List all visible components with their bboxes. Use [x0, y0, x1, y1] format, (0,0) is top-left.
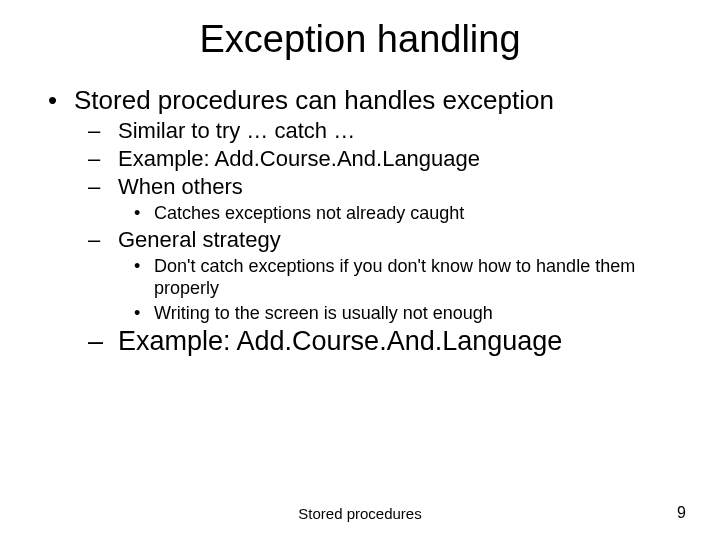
- sub-4-text: General strategy: [118, 227, 281, 252]
- footer-text: Stored procedures: [0, 505, 720, 522]
- sublist-1: Similar to try … catch … Example: Add.Co…: [74, 118, 680, 357]
- slide: Exception handling Stored procedures can…: [0, 0, 720, 540]
- bullet-1-text: Stored procedures can handles exception: [74, 85, 554, 115]
- bullet-1: Stored procedures can handles exception …: [48, 85, 680, 357]
- sub-3: When others Catches exceptions not alrea…: [88, 174, 680, 225]
- subsub-3: Catches exceptions not already caught: [118, 202, 680, 225]
- slide-title: Exception handling: [40, 18, 680, 61]
- subsub-4b: Writing to the screen is usually not eno…: [134, 302, 680, 325]
- subsub-4a: Don't catch exceptions if you don't know…: [134, 255, 680, 300]
- sub-3-text: When others: [118, 174, 243, 199]
- page-number: 9: [677, 504, 686, 522]
- bullet-list: Stored procedures can handles exception …: [48, 85, 680, 357]
- sub-1: Similar to try … catch …: [88, 118, 680, 144]
- sub-2: Example: Add.Course.And.Language: [88, 146, 680, 172]
- subsub-4: Don't catch exceptions if you don't know…: [118, 255, 680, 325]
- sub-4: General strategy Don't catch exceptions …: [88, 227, 680, 325]
- subsub-3a: Catches exceptions not already caught: [134, 202, 680, 225]
- sub-5: Example: Add.Course.And.Language: [88, 326, 680, 357]
